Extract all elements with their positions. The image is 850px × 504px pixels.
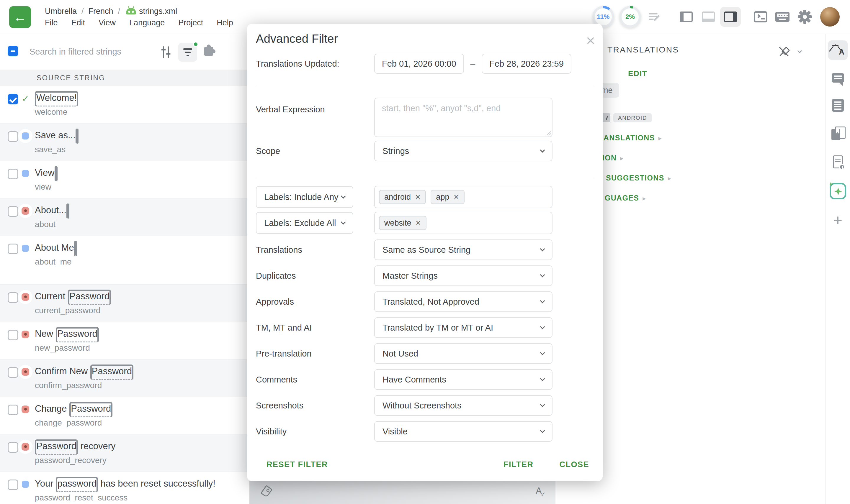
list-item[interactable]: Your password has been reset successfull…: [0, 471, 249, 504]
list-item[interactable]: View view: [0, 161, 249, 198]
gear-icon[interactable]: [798, 10, 812, 24]
layout-right-panel-icon[interactable]: [723, 10, 738, 24]
back-button[interactable]: ←: [9, 6, 31, 28]
labels-include-row: Labels: Include Any android✕ app✕: [256, 186, 594, 208]
verbal-expression-textarea[interactable]: start, then "%", anyof "s,d", end: [374, 97, 553, 137]
glossary-tab-icon[interactable]: [828, 124, 848, 143]
row-checkbox[interactable]: [8, 480, 18, 490]
comments-select[interactable]: Have Comments: [374, 369, 553, 390]
layout-left-panel-icon[interactable]: [679, 10, 693, 24]
chevron-down-icon[interactable]: [797, 49, 802, 53]
breadcrumb-project[interactable]: Umbrella: [45, 7, 77, 16]
translations-filter-row: Translations Same as Source String: [256, 239, 594, 260]
status-issue-icon: [18, 290, 33, 304]
date-range-dash: –: [470, 59, 475, 69]
layout-bottom-panel-icon[interactable]: [701, 10, 715, 24]
row-checkbox[interactable]: [8, 94, 18, 104]
remove-tag-icon[interactable]: ✕: [416, 219, 421, 227]
status-untranslated-icon: [18, 129, 33, 143]
keyboard-icon[interactable]: [775, 10, 790, 24]
section-link-translations[interactable]: ANSLATIONS▸: [604, 133, 662, 142]
chevron-down-icon: [540, 148, 545, 153]
plugins-icon[interactable]: [204, 47, 213, 56]
list-item[interactable]: About... about: [0, 198, 249, 236]
menu-project[interactable]: Project: [178, 18, 203, 28]
breadcrumb-file[interactable]: strings.xml: [139, 7, 177, 16]
string-key: about: [0, 216, 249, 236]
close-icon[interactable]: ×: [586, 33, 595, 48]
section-link-suggestions[interactable]: SUGGESTIONS▸: [606, 174, 672, 182]
remove-tag-icon[interactable]: ✕: [453, 193, 459, 201]
menu-language[interactable]: Language: [129, 18, 165, 28]
string-key: change_password: [0, 414, 249, 434]
pre-translation-select[interactable]: Not Used: [374, 343, 553, 364]
labels-include-tagbox[interactable]: android✕ app✕: [374, 186, 553, 208]
row-checkbox[interactable]: [8, 131, 18, 142]
close-button[interactable]: CLOSE: [559, 460, 589, 469]
row-checkbox[interactable]: [8, 169, 18, 179]
add-panel-icon[interactable]: +: [828, 211, 848, 230]
edit-link[interactable]: EDIT: [628, 69, 647, 78]
section-link-translation[interactable]: ION▸: [602, 154, 624, 162]
row-checkbox[interactable]: [8, 367, 18, 378]
list-item[interactable]: Save as... save_as: [0, 123, 249, 161]
context-tab-icon[interactable]: [828, 95, 848, 115]
tm-mt-ai-select[interactable]: Translated by TM or MT or AI: [374, 317, 553, 338]
reset-filter-button[interactable]: RESET FILTER: [266, 460, 328, 469]
edit-note-icon[interactable]: [647, 10, 662, 24]
menu-file[interactable]: File: [45, 18, 58, 28]
menu-help[interactable]: Help: [216, 18, 233, 28]
labels-exclude-row: Labels: Exclude All website✕: [256, 212, 594, 234]
list-item[interactable]: Password recovery password_recovery: [0, 434, 249, 471]
row-checkbox[interactable]: [8, 206, 18, 217]
visibility-select[interactable]: Visible: [374, 421, 553, 442]
date-from-input[interactable]: Feb 01, 2026 00:00: [374, 54, 464, 74]
file-info-tab-icon[interactable]: [828, 152, 848, 172]
list-item[interactable]: New Password new_password: [0, 322, 249, 359]
tag-icon[interactable]: [260, 485, 273, 498]
approvals-select[interactable]: Translated, Not Approved: [374, 291, 553, 312]
spellcheck-icon[interactable]: A✓: [536, 486, 547, 496]
filter-button-active[interactable]: [178, 43, 197, 61]
scope-select[interactable]: Strings: [374, 141, 553, 161]
list-item[interactable]: Current Password current_password: [0, 284, 249, 322]
ai-assistant-tab-icon[interactable]: [828, 181, 848, 201]
chevron-right-icon: ▸: [620, 155, 624, 162]
editor-toolbar-strip: A✓: [249, 481, 555, 504]
labels-exclude-select[interactable]: Labels: Exclude All: [256, 212, 353, 234]
chevron-down-icon: [540, 428, 545, 433]
duplicates-select[interactable]: Master Strings: [374, 266, 553, 286]
row-checkbox[interactable]: [8, 330, 18, 340]
list-item[interactable]: Change Password change_password: [0, 397, 249, 434]
view-options-icon[interactable]: [159, 46, 172, 59]
comments-tab-icon[interactable]: [828, 68, 848, 88]
chevron-down-icon: [540, 376, 545, 381]
labels-include-select[interactable]: Labels: Include Any: [256, 186, 353, 208]
section-link-languages[interactable]: GUAGES▸: [605, 194, 646, 202]
remove-tag-icon[interactable]: ✕: [415, 193, 420, 201]
menu-edit[interactable]: Edit: [71, 18, 85, 28]
translations-tab-icon[interactable]: A: [828, 40, 848, 60]
screenshots-select[interactable]: Without Screenshots: [374, 395, 553, 416]
row-checkbox[interactable]: [8, 292, 18, 303]
avatar[interactable]: [820, 7, 840, 26]
list-item[interactable]: ✓ Welcome! welcome: [0, 86, 249, 123]
string-list: ✓ Welcome! welcome Save as... save_as Vi…: [0, 86, 249, 504]
filter-button[interactable]: FILTER: [503, 460, 533, 469]
pin-icon[interactable]: [779, 47, 790, 57]
date-to-input[interactable]: Feb 28, 2026 23:59: [482, 54, 571, 74]
search-input[interactable]: Search in filtered strings: [30, 47, 121, 57]
select-all-checkbox[interactable]: [8, 46, 18, 56]
translations-select[interactable]: Same as Source String: [374, 239, 553, 260]
labels-exclude-tagbox[interactable]: website✕: [374, 212, 553, 234]
label-chip: website✕: [379, 216, 427, 230]
menu-view[interactable]: View: [99, 18, 116, 28]
breadcrumb-language[interactable]: French: [89, 7, 113, 16]
list-item[interactable]: Confirm New Password confirm_password: [0, 359, 249, 397]
row-checkbox[interactable]: [8, 244, 18, 254]
list-item[interactable]: About Me about_me: [0, 236, 249, 284]
row-checkbox[interactable]: [8, 442, 18, 453]
approved-progress-badge[interactable]: 2%: [619, 6, 641, 28]
terminal-icon[interactable]: [753, 10, 768, 24]
row-checkbox[interactable]: [8, 404, 18, 415]
